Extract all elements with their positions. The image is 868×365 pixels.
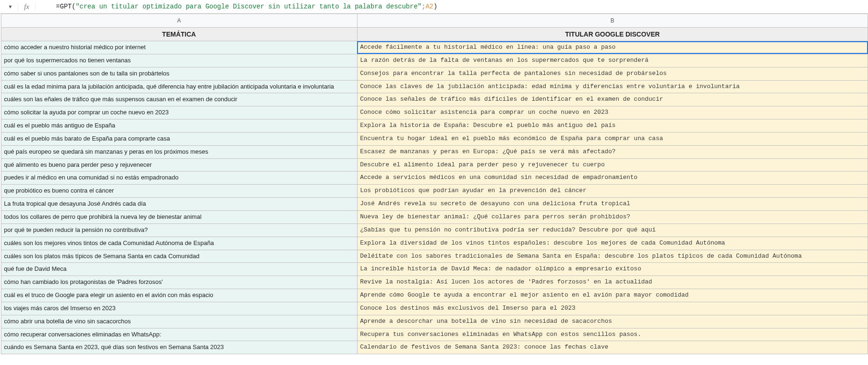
cell-tematica[interactable]: cuáles son los platos más típicos de Sem… <box>1 250 357 263</box>
cell-tematica[interactable]: qué alimento es bueno para perder peso y… <box>1 158 357 171</box>
cell-titular[interactable]: Los probióticos que podrían ayudar en la… <box>357 185 868 198</box>
cell-tematica[interactable]: por qué los supermercados no tienen vent… <box>1 54 357 67</box>
table-row: cuál es el pueblo más antiguo de EspañaE… <box>0 119 868 133</box>
cell-titular[interactable]: ¿Sabías que tu pensión no contributiva p… <box>357 223 868 237</box>
cell-titular[interactable]: Conoce cómo solicitar asistencia para co… <box>357 106 868 119</box>
table-row: todos los collares de perro que prohibir… <box>0 210 868 223</box>
cell-tematica[interactable]: todos los collares de perro que prohibir… <box>1 210 357 223</box>
cell-titular[interactable]: Consejos para encontrar la talla perfect… <box>357 67 868 80</box>
header-row: TEMÁTICA TITULAR GOOGLE DISCOVER <box>0 28 868 41</box>
table-row: cómo acceder a nuestro historial médico … <box>0 41 868 54</box>
table-row: cuál es el pueblo más barato de España p… <box>0 132 868 145</box>
cell-tematica[interactable]: cómo abrir una botella de vino sin sacac… <box>1 315 357 328</box>
formula-input[interactable]: =GPT("crea un titular optimizado para Go… <box>36 0 868 18</box>
cell-titular[interactable]: Aprende a descorchar una botella de vino… <box>357 315 868 328</box>
cell-header-titular[interactable]: TITULAR GOOGLE DISCOVER <box>357 28 868 41</box>
cell-titular[interactable]: Accede fácilmente a tu historial médico … <box>357 41 868 54</box>
cell-tematica[interactable]: que probiótico es bueno contra el cáncer <box>1 185 357 198</box>
cell-titular[interactable]: Aprende cómo Google te ayuda a encontrar… <box>357 289 868 302</box>
table-row: qué país europeo se quedará sin manzanas… <box>0 145 868 158</box>
cell-tematica[interactable]: qué país europeo se quedará sin manzanas… <box>1 145 357 158</box>
cell-titular[interactable]: Explora la diversidad de los vinos tinto… <box>357 237 868 250</box>
spreadsheet-grid[interactable]: A B TEMÁTICA TITULAR GOOGLE DISCOVER cóm… <box>0 14 868 354</box>
table-row: por qué te pueden reducir la pensión no … <box>0 223 868 237</box>
cell-tematica[interactable]: cómo recuperar conversaciones eliminadas… <box>1 328 357 341</box>
table-row: cuáles son los mejores vinos tintos de c… <box>0 237 868 250</box>
formula-open-paren: ( <box>72 3 75 10</box>
cell-titular[interactable]: Descubre el alimento ideal para perder p… <box>357 158 868 171</box>
table-row: cuáles son los platos más típicos de Sem… <box>0 250 868 263</box>
table-row: La fruta tropical que desayuna José Andr… <box>0 198 868 211</box>
table-row: cómo saber si unos pantalones son de tu … <box>0 67 868 80</box>
cell-tematica[interactable]: La fruta tropical que desayuna José Andr… <box>1 198 357 211</box>
cell-tematica[interactable]: qué fue de David Meca <box>1 263 357 276</box>
fx-icon[interactable]: fx <box>18 3 36 11</box>
table-row: cómo solicitar la ayuda por comprar un c… <box>0 106 868 119</box>
formula-equals: = <box>56 3 60 10</box>
cell-tematica[interactable]: puedes ir al médico en una comunidad si … <box>1 171 357 185</box>
cell-titular[interactable]: Recupera tus conversaciones eliminadas e… <box>357 328 868 341</box>
cell-titular[interactable]: Conoce las claves de la jubilación antic… <box>357 80 868 93</box>
cell-tematica[interactable]: por qué te pueden reducir la pensión no … <box>1 223 357 237</box>
cell-titular[interactable]: Revive la nostalgia: Así lucen los actor… <box>357 276 868 289</box>
table-row: puedes ir al médico en una comunidad si … <box>0 171 868 185</box>
table-row: por qué los supermercados no tienen vent… <box>0 54 868 67</box>
table-row: cuándo es Semana Santa en 2023, qué días… <box>0 341 868 354</box>
cell-titular[interactable]: La increíble historia de David Meca: de … <box>357 263 868 276</box>
cell-tematica[interactable]: los viajes más caros del Imserso en 2023 <box>1 302 357 315</box>
cell-titular[interactable]: Explora la historia de España: Descubre … <box>357 119 868 133</box>
cell-titular[interactable]: José Andrés revela su secreto de desayun… <box>357 198 868 211</box>
cell-tematica[interactable]: cómo solicitar la ayuda por comprar un c… <box>1 106 357 119</box>
cell-titular[interactable]: Conoce las señales de tráfico más difíci… <box>357 93 868 106</box>
cell-tematica[interactable]: cómo acceder a nuestro historial médico … <box>1 41 357 54</box>
cell-titular[interactable]: Nueva ley de bienestar animal: ¿Qué coll… <box>357 210 868 223</box>
formula-bar: ▾ fx =GPT("crea un titular optimizado pa… <box>0 0 868 14</box>
cell-tematica[interactable]: cuáles son las eñales de tráfico que más… <box>1 93 357 106</box>
cell-titular[interactable]: Conoce los destinos más exclusivos del I… <box>357 302 868 315</box>
table-row: cuál es la edad minima para la jubilació… <box>0 80 868 93</box>
cell-tematica[interactable]: cuál es el truco de Google para elegir u… <box>1 289 357 302</box>
formula-fn-name: GPT <box>60 3 72 10</box>
table-row: cuál es el truco de Google para elegir u… <box>0 289 868 302</box>
table-row: que probiótico es bueno contra el cáncer… <box>0 185 868 198</box>
table-row: los viajes más caros del Imserso en 2023… <box>0 302 868 315</box>
cell-titular[interactable]: Escasez de manzanas y peras en Europa: ¿… <box>357 145 868 158</box>
cell-tematica[interactable]: cuándo es Semana Santa en 2023, qué días… <box>1 341 357 354</box>
cell-titular[interactable]: Calendario de festivos de Semana Santa 2… <box>357 341 868 354</box>
table-row: qué alimento es bueno para perder peso y… <box>0 158 868 171</box>
table-row: cómo han cambiado los protagonistas de '… <box>0 276 868 289</box>
name-box-dropdown-icon[interactable]: ▾ <box>3 3 18 10</box>
cell-titular[interactable]: Deléitate con los sabores tradicionales … <box>357 250 868 263</box>
formula-cell-ref: A2 <box>425 3 433 10</box>
cell-tematica[interactable]: cómo han cambiado los protagonistas de '… <box>1 276 357 289</box>
cell-header-tematica[interactable]: TEMÁTICA <box>1 28 357 41</box>
cell-tematica[interactable]: cómo saber si unos pantalones son de tu … <box>1 67 357 80</box>
cell-tematica[interactable]: cuál es el pueblo más barato de España p… <box>1 132 357 145</box>
cell-titular[interactable]: La razón detrás de la falta de ventanas … <box>357 54 868 67</box>
cell-titular[interactable]: Encuentra tu hogar ideal en el pueblo má… <box>357 132 868 145</box>
table-row: cuáles son las eñales de tráfico que más… <box>0 93 868 106</box>
table-row: cómo recuperar conversaciones eliminadas… <box>0 328 868 341</box>
formula-close-paren: ) <box>433 3 437 10</box>
cell-titular[interactable]: Accede a servicios médicos en una comuni… <box>357 171 868 185</box>
table-row: qué fue de David MecaLa increíble histor… <box>0 263 868 276</box>
cell-tematica[interactable]: cuál es la edad minima para la jubilació… <box>1 80 357 93</box>
cell-tematica[interactable]: cuáles son los mejores vinos tintos de c… <box>1 237 357 250</box>
table-row: cómo abrir una botella de vino sin sacac… <box>0 315 868 328</box>
formula-string-arg: "crea un titular optimizado para Google … <box>76 3 422 10</box>
cell-tematica[interactable]: cuál es el pueblo más antiguo de España <box>1 119 357 133</box>
